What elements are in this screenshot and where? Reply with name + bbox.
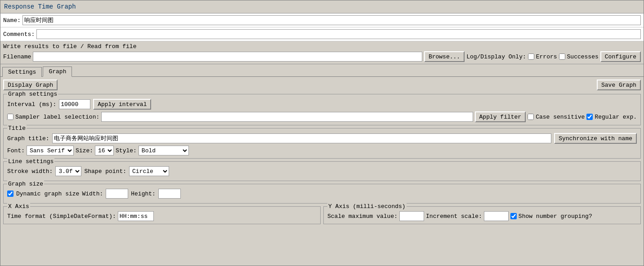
filename-label: Filename [3, 53, 31, 60]
apply-interval-button[interactable]: Apply interval [93, 99, 151, 110]
comments-input[interactable] [36, 29, 641, 39]
file-section: Write results to file / Read from file F… [0, 41, 644, 64]
size-select[interactable]: 8101214 16182024 [95, 146, 114, 155]
shape-point-label: Shape point: [84, 168, 126, 175]
file-row: Filename Browse... Log/Display Only: Err… [3, 51, 641, 62]
tab-graph[interactable]: Graph [43, 66, 72, 77]
main-content: Display Graph Save Graph Graph settings … [0, 77, 644, 227]
stroke-width-select[interactable]: 1.0f2.0f3.0f4.0f [55, 166, 81, 176]
graph-title-label: Graph title: [7, 135, 49, 142]
graph-settings-group: Graph settings Interval (ms): Apply inte… [3, 94, 641, 125]
name-label: Name: [3, 17, 21, 24]
errors-checkbox[interactable] [528, 53, 534, 60]
increment-input[interactable] [484, 211, 509, 221]
filename-input[interactable] [33, 52, 422, 62]
style-label: Style: [116, 147, 137, 154]
shape-point-select[interactable]: CircleSquareDiamondTriangle [129, 166, 169, 176]
tabs-bar: Settings Graph [0, 64, 644, 77]
stroke-width-label: Stroke width: [7, 168, 53, 175]
toolbar-row: Display Graph Save Graph [3, 80, 641, 90]
font-row: Font: Sans Serif Serif Monospaced Size: … [7, 146, 637, 155]
scale-max-label: Scale maximum value: [327, 213, 398, 220]
file-section-title: Write results to file / Read from file [3, 43, 641, 50]
name-row: Name: [0, 13, 644, 27]
sync-button[interactable]: Synchronize with name [554, 133, 637, 144]
font-label: Font: [7, 147, 25, 154]
y-axis-legend: Y Axis (milli-seconds) [327, 203, 407, 210]
errors-label: Errors [536, 53, 557, 60]
interval-input[interactable] [59, 99, 90, 109]
name-input[interactable] [22, 15, 641, 25]
sampler-label: Sampler label selection: [15, 114, 99, 120]
style-select[interactable]: Plain Bold Italic Bold Italic [139, 146, 189, 155]
width-input[interactable] [106, 189, 128, 199]
configure-button[interactable]: Configure [600, 51, 641, 62]
title-bar: Response Time Graph [0, 0, 644, 13]
title-section: Title Graph title: Synchronize with name… [3, 128, 641, 159]
time-format-label: Time format (SimpleDateFormat): [7, 213, 116, 220]
regular-exp-label: Regular exp. [595, 114, 637, 120]
main-window: Response Time Graph Name: Comments: Writ… [0, 0, 644, 266]
line-settings-row: Stroke width: 1.0f2.0f3.0f4.0f Shape poi… [7, 166, 637, 176]
comments-row: Comments: [0, 27, 644, 41]
graph-title-row: Graph title: Synchronize with name [7, 133, 637, 144]
bottom-sections: X Axis Time format (SimpleDateFormat): Y… [3, 206, 641, 224]
comments-label: Comments: [3, 31, 35, 38]
line-settings-content: Stroke width: 1.0f2.0f3.0f4.0f Shape poi… [7, 166, 637, 176]
regular-exp-checkbox[interactable] [586, 114, 593, 120]
display-graph-button[interactable]: Display Graph [3, 80, 58, 90]
dynamic-graph-checkbox[interactable] [7, 191, 13, 197]
graph-title-input[interactable] [52, 133, 552, 143]
log-display-label: Log/Display Only: [466, 53, 526, 60]
graph-size-row: Dynamic graph size Width: Height: [7, 189, 637, 199]
window-title: Response Time Graph [4, 3, 76, 10]
apply-filter-button[interactable]: Apply filter [475, 111, 526, 122]
title-legend: Title [7, 125, 27, 132]
show-grouping-label: Show number grouping? [519, 213, 592, 220]
graph-size-legend: Graph size [7, 181, 44, 187]
sampler-checkbox[interactable] [7, 114, 13, 120]
dynamic-graph-label: Dynamic graph size [16, 191, 79, 197]
log-display: Log/Display Only: Errors Successes Confi… [466, 51, 641, 62]
graph-settings-content: Interval (ms): Apply interval Sampler la… [7, 99, 637, 122]
font-select[interactable]: Sans Serif Serif Monospaced [27, 146, 74, 155]
case-sensitive-checkbox[interactable] [528, 114, 534, 120]
height-label: Height: [131, 191, 156, 197]
save-graph-button[interactable]: Save Graph [597, 80, 641, 90]
successes-label: Successes [567, 53, 599, 60]
successes-checkbox[interactable] [559, 53, 565, 60]
show-grouping-checkbox[interactable] [510, 213, 517, 219]
graph-size-content: Dynamic graph size Width: Height: [7, 189, 637, 199]
case-sensitive-label: Case sensitive [536, 114, 585, 120]
tab-settings[interactable]: Settings [2, 67, 42, 77]
y-axis-section: Y Axis (milli-seconds) Scale maximum val… [323, 206, 641, 224]
interval-row: Interval (ms): Apply interval [7, 99, 637, 110]
sampler-input[interactable] [101, 112, 473, 122]
y-axis-content: Scale maximum value: Increment scale: Sh… [327, 211, 637, 221]
increment-label: Increment scale: [426, 213, 482, 220]
scale-max-input[interactable] [399, 211, 424, 221]
x-axis-section: X Axis Time format (SimpleDateFormat): [3, 206, 321, 224]
browse-button[interactable]: Browse... [424, 51, 465, 62]
width-label: Width: [82, 191, 103, 197]
x-axis-legend: X Axis [7, 203, 30, 210]
line-settings-legend: Line settings [7, 158, 54, 165]
height-input[interactable] [158, 189, 181, 199]
sampler-row: Sampler label selection: Apply filter Ca… [7, 111, 637, 122]
x-axis-content: Time format (SimpleDateFormat): [7, 211, 317, 221]
graph-size-group: Graph size Dynamic graph size Width: Hei… [3, 184, 641, 204]
size-label: Size: [76, 147, 93, 154]
line-settings-group: Line settings Stroke width: 1.0f2.0f3.0f… [3, 161, 641, 181]
interval-label: Interval (ms): [7, 101, 56, 108]
graph-settings-legend: Graph settings [7, 91, 58, 98]
time-format-input[interactable] [118, 211, 154, 221]
